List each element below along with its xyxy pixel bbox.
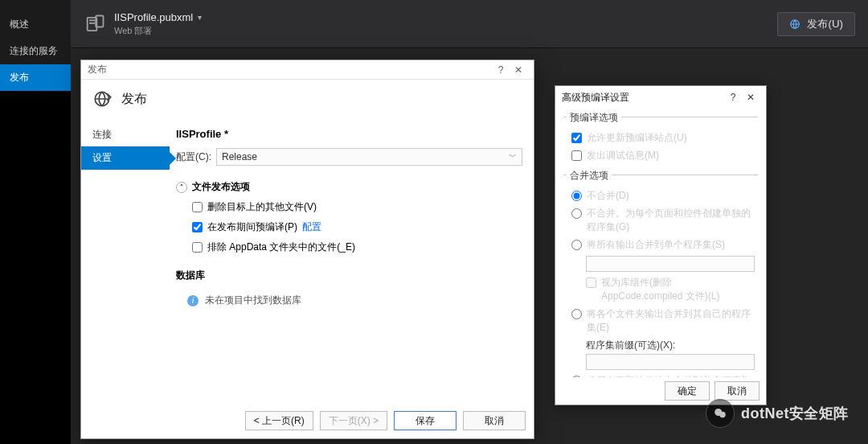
profile-name: IISProfile.pubxml [114,11,193,23]
radio-merge-single[interactable]: 将所有输出合并到单个程序集(S) [571,238,755,252]
check-exclude-appdata[interactable]: 排除 AppData 文件夹中的文件(_E) [192,240,522,254]
chevron-down-icon: ﹀ [509,151,517,162]
check-delete-extra[interactable]: 删除目标上的其他文件(V) [192,200,522,214]
profile-meta: Web 部署 [114,25,202,37]
publish-header: IISProfile.pubxml ▾ Web 部署 发布(U) [71,0,868,48]
radio-no-merge-per-page[interactable]: 不合并。为每个页面和控件创建单独的程序集(G) [571,207,755,234]
database-empty-text: 未在项目中找到数据库 [205,294,301,307]
help-icon[interactable]: ? [724,88,742,106]
save-button[interactable]: 保存 [394,411,457,430]
next-button: 下一页(X) > [320,411,387,430]
profile-dropdown-icon[interactable]: ▾ [198,13,202,22]
advanced-dialog: 高级预编译设置 ? ✕ 预编译选项 允许更新预编译站点(U) 发出调试信息(M)… [555,85,767,405]
section-title-publish-options: 文件发布选项 [192,180,250,194]
publish-button[interactable]: 发布(U) [777,12,855,36]
sidebar-item-publish[interactable]: 发布 [0,64,71,91]
publish-dialog-form: IISProfile * 配置(C): Release ﹀ ˄ 文件发布选项 删… [170,118,534,403]
radio-no-merge[interactable]: 不合并(D) [571,189,755,203]
config-select[interactable]: Release ﹀ [216,148,522,166]
info-icon: i [187,295,199,306]
config-label: 配置(C): [176,150,211,164]
prev-button[interactable]: < 上一页(R) [245,411,313,430]
sidebar-item-connected-services[interactable]: 连接的服务 [0,38,71,64]
left-sidebar: 概述 连接的服务 发布 [0,0,71,91]
precompile-configure-link[interactable]: 配置 [302,220,321,234]
group-merge: 合并选项 [567,169,612,183]
radio-merge-per-folder[interactable]: 将各个文件夹输出合并到其自己的程序集(E) [571,307,755,335]
help-icon[interactable]: ? [492,61,510,79]
group-precompile: 预编译选项 [567,111,621,125]
svg-point-7 [719,412,726,418]
watermark-text: dotNet安全矩阵 [741,404,849,423]
publish-dialog-header: 发布 [81,80,534,118]
section-title-database: 数据库 [176,269,205,282]
close-icon[interactable]: ✕ [742,88,760,106]
assembly-prefix-label: 程序集前缀(可选)(X): [586,339,755,352]
publish-dialog-sidebar: 连接 设置 [81,118,170,403]
publish-dialog-footer: < 上一页(R) 下一页(X) > 保存 取消 [81,403,534,438]
advanced-dialog-title: 高级预编译设置 [562,91,629,105]
advanced-dialog-titlebar: 高级预编译设置 ? ✕ [555,86,766,109]
dialog-title: 发布 [88,63,107,76]
globe-publish-icon [92,88,113,109]
cancel-button[interactable]: 取消 [714,381,760,401]
wechat-icon [706,399,735,428]
check-precompile[interactable]: 在发布期间预编译(P) 配置 [192,220,522,234]
publish-side-connect[interactable]: 连接 [81,123,170,146]
publish-dialog-titlebar: 发布 ? ✕ [81,60,534,80]
assembly-prefix-input[interactable] [586,354,755,370]
cancel-button[interactable]: 取消 [463,411,526,430]
check-treat-as-lib[interactable]: 视为库组件(删除 AppCode.compiled 文件)(L) [586,276,755,303]
server-icon [84,13,106,35]
ok-button[interactable]: 确定 [665,381,710,401]
sidebar-item-overview[interactable]: 概述 [0,11,71,38]
watermark: dotNet安全矩阵 [706,399,849,428]
publish-dialog: 发布 ? ✕ 发布 连接 设置 IISProfile * 配置(C): Rele… [80,60,534,439]
section-toggle-icon[interactable]: ˄ [176,182,187,193]
merge-single-assembly-input[interactable] [586,256,755,272]
publish-header-title: 发布 [121,91,147,108]
check-emit-debug[interactable]: 发出调试信息(M) [571,149,755,162]
close-icon[interactable]: ✕ [510,61,527,79]
publish-side-settings[interactable]: 设置 [81,146,170,170]
profile-label: IISProfile * [176,128,522,140]
check-allow-update[interactable]: 允许更新预编译站点(U) [571,131,755,145]
radio-merge-pages-single[interactable]: 将所有页和控件输出合并到单个程序集(N) [571,374,755,377]
